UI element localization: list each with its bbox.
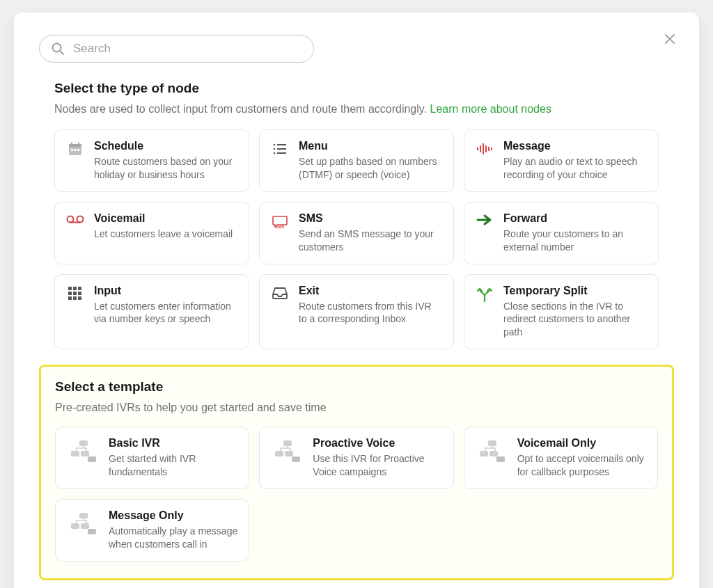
card-title: Voicemail [94,212,237,225]
svg-rect-16 [480,145,481,152]
svg-point-0 [53,44,61,52]
forward-arrow-icon [476,214,493,226]
svg-point-9 [274,144,276,146]
svg-rect-14 [277,152,286,154]
section-title: Select the type of node [54,81,659,96]
svg-rect-5 [78,142,79,145]
svg-rect-27 [78,287,81,290]
svg-rect-26 [73,287,77,290]
card-title: SMS [299,212,442,225]
calendar-icon [68,141,83,157]
svg-rect-45 [496,456,505,462]
template-card-voicemail-only[interactable]: Voicemail Only Opt to accept voicemails … [464,427,658,489]
card-desc: Set up paths based on numbers (DTMF) or … [299,155,442,182]
svg-rect-38 [283,440,292,446]
svg-rect-44 [489,451,498,456]
svg-rect-33 [78,296,81,300]
inbox-icon [272,286,288,300]
svg-rect-39 [275,451,283,456]
node-card-exit[interactable]: Exit Route customers from this IVR to a … [259,274,454,350]
template-title: Message Only [109,509,239,522]
card-desc: Let customers leave a voicemail [94,228,237,241]
svg-point-22 [77,216,84,222]
card-title: Forward [503,212,647,225]
node-card-message[interactable]: Message Play an audio or text to speech … [464,129,659,192]
svg-rect-20 [491,148,492,150]
learn-more-link[interactable]: Learn more about nodes [430,103,551,115]
svg-rect-34 [79,440,88,446]
node-card-forward[interactable]: Forward Route your customers to an exter… [464,202,659,264]
node-selector-modal: Select the type of node Nodes are used t… [14,13,699,588]
svg-rect-30 [78,292,81,295]
node-card-sms[interactable]: SMS SMS Send an SMS message to your cust… [259,202,454,264]
template-title: Proactive Voice [313,437,443,450]
template-desc: Use this IVR for Proactive Voice campaig… [313,452,443,479]
search-field[interactable] [39,35,314,63]
section-subtitle: Nodes are used to collect input from cus… [54,103,659,116]
card-desc: Send an SMS message to your customers [299,228,442,254]
close-button[interactable] [660,29,680,49]
search-icon [51,42,65,56]
svg-rect-17 [483,143,484,154]
flow-template-icon [271,440,303,465]
template-card-basic-ivr[interactable]: Basic IVR Get started with IVR fundament… [55,427,249,489]
svg-rect-40 [285,451,293,456]
search-input[interactable] [72,41,302,56]
node-card-temporary-split[interactable]: Temporary Split Close sections in the IV… [464,274,659,350]
svg-rect-7 [75,149,77,151]
node-card-schedule[interactable]: Schedule Route customers based on your h… [54,129,249,192]
split-icon [476,286,493,303]
svg-rect-10 [277,144,286,145]
svg-rect-19 [488,147,489,151]
svg-rect-47 [71,523,79,529]
card-title: Schedule [94,140,237,152]
svg-rect-41 [292,456,300,462]
svg-rect-42 [488,440,496,446]
template-title: Basic IVR [109,437,239,450]
node-card-voicemail[interactable]: Voicemail Let customers leave a voicemai… [54,202,249,264]
flow-template-icon [67,512,99,537]
card-title: Menu [299,140,442,152]
svg-rect-25 [68,287,72,290]
card-title: Input [94,285,237,297]
node-grid: Schedule Route customers based on your h… [54,129,659,349]
audio-wave-icon [476,141,493,157]
card-desc: Play an audio or text to speech recordin… [503,155,647,182]
close-icon [664,33,675,45]
svg-rect-4 [71,142,72,145]
svg-rect-3 [69,144,81,147]
svg-rect-48 [81,523,89,529]
card-desc: Route customers from this IVR to a corre… [299,300,442,326]
svg-rect-46 [79,513,88,518]
svg-rect-35 [71,451,79,456]
menu-list-icon [272,141,288,157]
card-title: Exit [299,285,442,297]
svg-point-11 [274,148,276,150]
template-desc: Get started with IVR fundamentals [109,452,239,479]
node-card-menu[interactable]: Menu Set up paths based on numbers (DTMF… [259,129,454,192]
svg-rect-49 [88,529,96,534]
svg-rect-12 [277,148,286,150]
svg-rect-29 [73,292,77,295]
svg-rect-31 [68,296,72,300]
svg-rect-28 [68,292,72,295]
sms-icon: SMS [272,214,288,230]
node-card-input[interactable]: Input Let customers enter information vi… [54,274,249,350]
template-section-title: Select a template [55,379,658,395]
template-grid: Basic IVR Get started with IVR fundament… [55,427,658,562]
svg-rect-32 [73,296,77,300]
template-card-message-only[interactable]: Message Only Automatically play a messag… [55,499,249,562]
template-desc: Opt to accept voicemails only for callba… [517,452,648,479]
template-section: Select a template Pre-created IVRs to he… [39,365,674,580]
subtitle-text: Nodes are used to collect input from cus… [54,103,430,115]
node-type-section: Select the type of node Nodes are used t… [39,81,674,349]
card-desc: Let customers enter information via numb… [94,300,237,326]
card-title: Temporary Split [503,285,647,297]
svg-line-1 [61,51,64,55]
svg-point-21 [68,216,74,222]
template-section-subtitle: Pre-created IVRs to help you get started… [55,402,658,414]
template-card-proactive-voice[interactable]: Proactive Voice Use this IVR for Proacti… [259,427,453,489]
flow-template-icon [67,440,99,465]
card-desc: Route customers based on your holiday or… [94,155,237,182]
svg-point-13 [274,152,276,154]
